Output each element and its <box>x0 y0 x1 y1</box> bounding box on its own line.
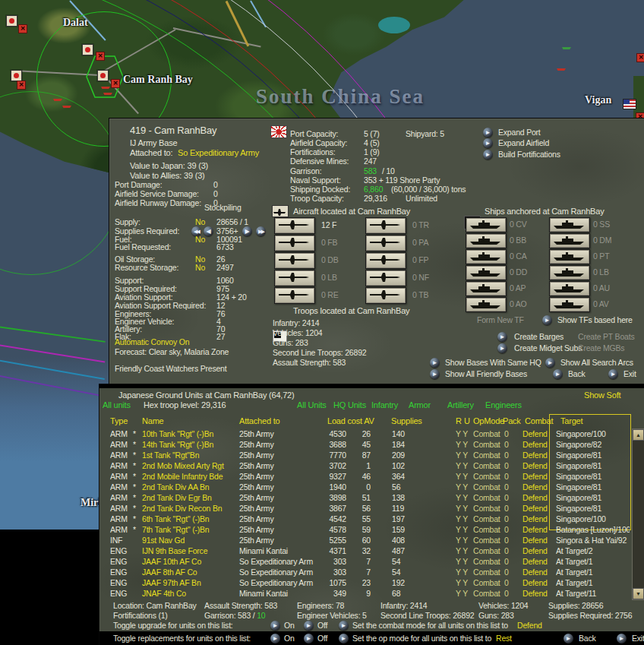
column-header-attached[interactable]: Attached to <box>239 416 279 425</box>
ship-type-button[interactable] <box>549 281 590 296</box>
toggle-on[interactable]: On <box>284 634 295 643</box>
unit-name[interactable]: 91st Nav Gd <box>142 536 238 545</box>
column-header-opmode[interactable]: OpMode <box>473 416 504 425</box>
unit-name[interactable]: 10th Tank "Rgt" (-)Bn <box>142 429 238 438</box>
ship-type-button[interactable] <box>549 217 590 232</box>
unit-combat-mode[interactable]: Defend <box>522 451 553 460</box>
ship-type-button[interactable] <box>549 265 590 280</box>
no-flag[interactable]: No <box>195 217 205 226</box>
scroll-down-button[interactable]: ▼ <box>633 588 644 599</box>
unit-name[interactable]: 2nd Tank Div Egr Bn <box>142 493 238 502</box>
unit-row[interactable]: ARM*2nd Tank Div AA Bn25th Army1940056Y … <box>99 482 631 493</box>
unit-row[interactable]: ARM*2nd Tank Div Egr Bn25th Army38985113… <box>99 493 631 504</box>
show-all-friendly-bases-link[interactable]: Show All Friendly Bases <box>445 369 527 378</box>
table-scrollbar[interactable]: ▲ ▼ <box>632 428 644 600</box>
exit-arrow-icon[interactable]: ► <box>617 634 627 643</box>
unit-target[interactable]: At Target/2 <box>556 546 630 555</box>
build-action-build-fortifications[interactable]: Build Fortifications <box>498 150 560 159</box>
unit-icon[interactable]: ✕ <box>96 52 105 61</box>
unit-row[interactable]: ARM*2nd Mob Mixed Arty Rgt25th Army37021… <box>99 461 631 472</box>
unit-name[interactable]: IJN 9th Base Force <box>142 546 238 555</box>
build-action-arrow-icon[interactable]: ► <box>483 138 493 148</box>
aircraft-type-button[interactable] <box>274 287 315 304</box>
unit-combat-mode[interactable]: Defend <box>522 472 553 481</box>
action-arrow-icon[interactable]: ► <box>542 315 552 325</box>
unit-combat-mode[interactable]: Defend <box>522 525 553 534</box>
unit-combat-mode[interactable]: Defend <box>522 546 553 555</box>
unit-target[interactable]: Singapore/100 <box>556 429 630 438</box>
set-mode-value[interactable]: Rest <box>496 634 512 643</box>
unit-opmode[interactable]: Combat <box>473 578 504 587</box>
unit-name[interactable]: 6th Tank "Rgt" (-)Bn <box>142 514 238 523</box>
toggle-on[interactable]: On <box>284 621 295 630</box>
action-arrow-icon[interactable]: ► <box>545 358 555 368</box>
unit-opmode[interactable]: Combat <box>473 482 504 492</box>
show-all-search-arcs-link[interactable]: Show All Search Arcs <box>560 358 633 367</box>
toggle-off-arrow-icon[interactable]: ► <box>304 621 314 631</box>
unit-icon[interactable]: ✕ <box>636 53 644 62</box>
ship-type-button[interactable] <box>466 297 507 312</box>
unit-opmode[interactable]: Combat <box>473 493 504 502</box>
unit-opmode[interactable]: Combat <box>473 525 504 534</box>
convoy-status[interactable]: Automatic Convoy On <box>115 337 189 346</box>
set-mode-arrow-icon[interactable]: ► <box>339 634 349 643</box>
exit-button[interactable]: Exit <box>623 369 636 378</box>
filter-hq-units[interactable]: HQ Units <box>333 400 366 409</box>
ship-type-button[interactable] <box>466 249 507 264</box>
unit-combat-mode[interactable]: Defend <box>522 461 553 470</box>
unit-target[interactable]: Batangas [Luzon]/100 <box>556 525 630 534</box>
unit-name[interactable]: JAAF 97th AF Bn <box>142 578 238 587</box>
unit-combat-mode[interactable]: Defend <box>522 504 553 513</box>
aircraft-type-button[interactable] <box>274 270 315 286</box>
ship-type-button[interactable] <box>466 265 507 280</box>
show-soft-toggle[interactable]: Show Soft <box>584 390 620 400</box>
unit-opmode[interactable]: Combat <box>473 504 504 513</box>
unit-row[interactable]: ARM*1st Tank "Rgt"Bn25th Army777087209Y … <box>99 451 631 461</box>
unit-opmode[interactable]: Combat <box>473 568 504 577</box>
ship-type-button[interactable] <box>549 297 590 312</box>
unit-row[interactable]: ENGIJN 9th Base ForceMinami Kantai437132… <box>99 546 631 557</box>
unit-target[interactable]: Singapore/82 <box>556 440 630 449</box>
unit-combat-mode[interactable]: Defend <box>522 557 553 566</box>
unit-target[interactable]: At Target/1 <box>556 557 630 566</box>
aircraft-type-button[interactable] <box>274 235 315 251</box>
unit-opmode[interactable]: Combat <box>473 546 504 555</box>
ship-type-button[interactable] <box>466 217 507 232</box>
action-arrow-icon[interactable]: ► <box>497 343 507 353</box>
unit-target[interactable]: Singapore/81 <box>556 504 630 513</box>
unit-combat-mode[interactable]: Defend <box>522 429 553 438</box>
unit-target[interactable]: Singora & Hat Yai/92 <box>556 536 630 545</box>
unit-target[interactable]: At Target/1 <box>556 568 630 577</box>
base-icon-japanese[interactable] <box>82 44 93 55</box>
toggle-off[interactable]: Off <box>317 634 327 643</box>
base-icon-japanese[interactable] <box>6 15 17 27</box>
aircraft-type-button[interactable] <box>274 252 315 269</box>
unit-row[interactable]: ENGJAAF 10th AF CoSo Expeditionary Arm30… <box>99 557 631 568</box>
aircraft-type-button[interactable] <box>365 235 406 251</box>
unit-opmode[interactable]: Combat <box>473 514 504 523</box>
filter-armor[interactable]: Armor <box>409 400 431 409</box>
filter-artillery[interactable]: Artillery <box>447 400 474 409</box>
ship-type-button[interactable] <box>466 281 507 296</box>
no-flag[interactable]: No <box>195 235 205 244</box>
unit-combat-mode[interactable]: Defend <box>522 493 553 502</box>
toggle-off-arrow-icon[interactable]: ► <box>304 634 314 643</box>
unit-combat-mode[interactable]: Defend <box>522 536 553 545</box>
build-action-expand-port[interactable]: Expand Port <box>498 128 541 137</box>
unit-icon[interactable]: ✕ <box>18 24 27 33</box>
toggle-off[interactable]: Off <box>317 621 327 630</box>
unit-target[interactable]: Singapore/81 <box>556 461 630 470</box>
set-mode-label[interactable]: Set the combat mode for all units on thi… <box>352 621 508 630</box>
unit-row[interactable]: ARM*7th Tank "Rgt" (-)Bn25th Army4578591… <box>99 525 631 536</box>
column-header-type[interactable]: Type <box>110 416 128 425</box>
build-action-expand-airfield[interactable]: Expand Airfield <box>498 138 549 147</box>
ship-type-button[interactable] <box>549 249 590 264</box>
set-mode-label[interactable]: Set the op mode for all units on this li… <box>352 634 491 643</box>
unit-opmode[interactable]: Combat <box>473 429 504 438</box>
back-button[interactable]: Back <box>568 369 586 378</box>
unit-name[interactable]: 2nd Mob Mixed Arty Rgt <box>142 461 238 470</box>
unit-target[interactable]: Singapore/81 <box>556 472 630 481</box>
column-header-name[interactable]: Name <box>142 416 164 425</box>
unit-row[interactable]: ARM*2nd Tank Div Recon Bn25th Army386756… <box>99 504 631 514</box>
exit-button[interactable]: Exit <box>632 634 644 643</box>
